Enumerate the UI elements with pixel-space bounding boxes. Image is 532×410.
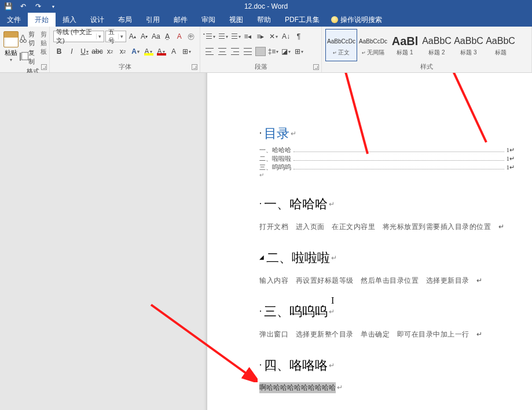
- font-group-label: 字体: [53, 61, 196, 72]
- ribbon-tabs: 文件 开始 插入 设计 布局 引用 邮件 审阅 视图 帮助 PDF工具集 操作说…: [0, 13, 532, 27]
- tab-view[interactable]: 视图: [222, 13, 250, 27]
- selected-text: 啊哈哈哈哈哈哈哈哈哈哈: [259, 382, 336, 393]
- char-border-button[interactable]: ⊞: [181, 46, 192, 57]
- tab-references[interactable]: 引用: [139, 13, 167, 27]
- enclose-char-button[interactable]: ㊥: [186, 31, 196, 42]
- align-center-icon: [218, 48, 226, 55]
- style-normal-label: 正文: [338, 49, 350, 56]
- indent-decrease-button[interactable]: ≡◂: [242, 31, 254, 42]
- phonetic-guide-button[interactable]: A̤: [162, 31, 173, 42]
- style-normal[interactable]: AaBbCcDc ↵ 正文: [325, 29, 357, 61]
- paragraph-launcher[interactable]: [313, 64, 319, 70]
- page[interactable]: 目录↵ 一、哈哈哈1↵ 二、啦啦啦1↵ 三、呜呜呜1↵ ↵ 一、哈哈哈↵ 打开文…: [207, 73, 532, 410]
- superscript-button[interactable]: x2: [117, 46, 129, 57]
- shading-button[interactable]: ◪: [280, 46, 292, 57]
- clipboard-launcher[interactable]: [41, 64, 47, 70]
- redo-icon[interactable]: ↷: [34, 2, 43, 11]
- scissors-icon: [19, 35, 27, 43]
- bullets-button[interactable]: [204, 31, 215, 42]
- style-heading1[interactable]: AaBl 标题 1: [389, 29, 421, 61]
- number-list-icon: [217, 33, 225, 40]
- font-name-value: 等线 (中文正文): [56, 28, 94, 45]
- sort-button[interactable]: A↓: [280, 31, 292, 42]
- char-shading-button[interactable]: A: [168, 46, 179, 57]
- numbering-button[interactable]: [217, 31, 228, 42]
- font-color-button[interactable]: A: [155, 46, 167, 57]
- styles-group-label: 样式: [325, 61, 528, 72]
- shrink-font-button[interactable]: A▾: [139, 31, 149, 42]
- cut-button[interactable]: 剪切: [19, 30, 41, 47]
- font-size-value: 五号: [108, 28, 115, 45]
- change-case-button[interactable]: Aa: [151, 31, 161, 42]
- body-text: 弹出窗口 选择更新整个目录 单击确定 即可在目录中加上一行 ↵: [259, 330, 515, 339]
- subscript-button[interactable]: x2: [104, 46, 116, 57]
- shading-sample-icon: [255, 47, 266, 56]
- italic-button[interactable]: I: [66, 46, 78, 57]
- style-title[interactable]: AaBbC 标题: [485, 29, 516, 61]
- style-title-label: 标题: [495, 49, 507, 57]
- ribbon: 粘贴 ▾ 剪切 复制 格式刷 剪贴板: [0, 27, 532, 73]
- tab-design[interactable]: 设计: [83, 13, 111, 27]
- cut-label: 剪切: [28, 30, 41, 47]
- tab-mailings[interactable]: 邮件: [167, 13, 195, 27]
- tab-home[interactable]: 开始: [28, 13, 56, 27]
- toc-entry: 二、啦啦啦1↵: [259, 154, 515, 163]
- body-text: 输入内容 再设置好标题等级 然后单击目录位置 选择更新目录 ↵: [259, 276, 515, 286]
- style-heading2[interactable]: AaBbC 标题 2: [421, 29, 453, 61]
- align-justify-icon: [244, 48, 252, 55]
- font-size-combo[interactable]: 五号▾: [105, 31, 126, 42]
- body-text: 打开文档 进入页面 在正文内容里 将光标放置到需要插入目录的位置 ↵: [259, 222, 515, 232]
- multilevel-button[interactable]: [229, 31, 241, 42]
- undo-icon[interactable]: ↶: [19, 2, 28, 11]
- group-font: 等线 (中文正文)▾ 五号▾ A▴ A▾ Aa A̤ A ㊥ B I U abc…: [50, 27, 200, 72]
- tab-pdf[interactable]: PDF工具集: [278, 13, 326, 27]
- text-effects-button[interactable]: A: [130, 46, 141, 57]
- bullet-list-icon: [204, 33, 212, 40]
- align-left-button[interactable]: [204, 46, 215, 57]
- bold-button[interactable]: B: [53, 46, 65, 57]
- document-area[interactable]: 目录↵ 一、哈哈哈1↵ 二、啦啦啦1↵ 三、呜呜呜1↵ ↵ 一、哈哈哈↵ 打开文…: [0, 73, 532, 410]
- font-name-combo[interactable]: 等线 (中文正文)▾: [53, 31, 104, 42]
- paste-button[interactable]: 粘贴 ▾: [3, 29, 19, 62]
- save-icon[interactable]: 💾: [3, 2, 13, 11]
- text-cursor-icon: I: [331, 296, 334, 306]
- group-paragraph: ≡◂ ≡▸ ✕ A↓ ¶ ‡≡ ◪ ⊞ 段落: [200, 27, 322, 72]
- align-left-icon: [206, 48, 214, 55]
- toc-entry: 一、哈哈哈1↵: [259, 146, 515, 154]
- borders-button[interactable]: ⊞: [293, 46, 304, 57]
- style-heading1-label: 标题 1: [397, 49, 413, 57]
- multilevel-list-icon: [229, 33, 238, 40]
- toc-title: 目录↵: [259, 125, 515, 142]
- lightbulb-icon: [331, 16, 338, 23]
- tab-layout[interactable]: 布局: [111, 13, 139, 27]
- qat-dropdown-icon[interactable]: ▾: [49, 2, 58, 11]
- show-marks-button[interactable]: ¶: [293, 31, 304, 42]
- tab-help[interactable]: 帮助: [250, 13, 278, 27]
- highlight-button[interactable]: A: [142, 46, 154, 57]
- tell-me[interactable]: 操作说明搜索: [326, 13, 387, 27]
- strikethrough-button[interactable]: abc: [91, 46, 103, 57]
- grow-font-button[interactable]: A▴: [127, 31, 138, 42]
- align-center-button[interactable]: [217, 46, 228, 57]
- align-right-button[interactable]: [229, 46, 241, 57]
- asian-layout-button[interactable]: ✕: [267, 31, 279, 42]
- copy-button[interactable]: 复制: [19, 49, 41, 66]
- line-spacing-button[interactable]: ‡≡: [267, 46, 279, 57]
- tab-review[interactable]: 审阅: [195, 13, 222, 27]
- window-title: 12.doc - Word: [244, 2, 288, 10]
- font-launcher[interactable]: [192, 64, 197, 70]
- clear-format-button[interactable]: A: [174, 31, 185, 42]
- style-heading3-label: 标题 3: [460, 49, 476, 57]
- style-no-spacing[interactable]: AaBbCcDc ↵ 无间隔: [357, 29, 389, 61]
- heading: 四、咯咯咯↵: [259, 357, 515, 374]
- heading: 三、呜呜呜↵: [259, 303, 515, 320]
- tab-file[interactable]: 文件: [0, 13, 28, 27]
- indent-increase-button[interactable]: ≡▸: [255, 31, 266, 42]
- underline-button[interactable]: U: [79, 46, 90, 57]
- align-justify-button[interactable]: [242, 46, 254, 57]
- style-heading3[interactable]: AaBbC 标题 3: [453, 29, 485, 61]
- style-heading2-label: 标题 2: [428, 49, 445, 57]
- align-distribute-button[interactable]: [255, 46, 266, 57]
- group-styles: AaBbCcDc ↵ 正文 AaBbCcDc ↵ 无间隔 AaBl 标题 1 A…: [322, 27, 532, 72]
- tab-insert[interactable]: 插入: [56, 13, 83, 27]
